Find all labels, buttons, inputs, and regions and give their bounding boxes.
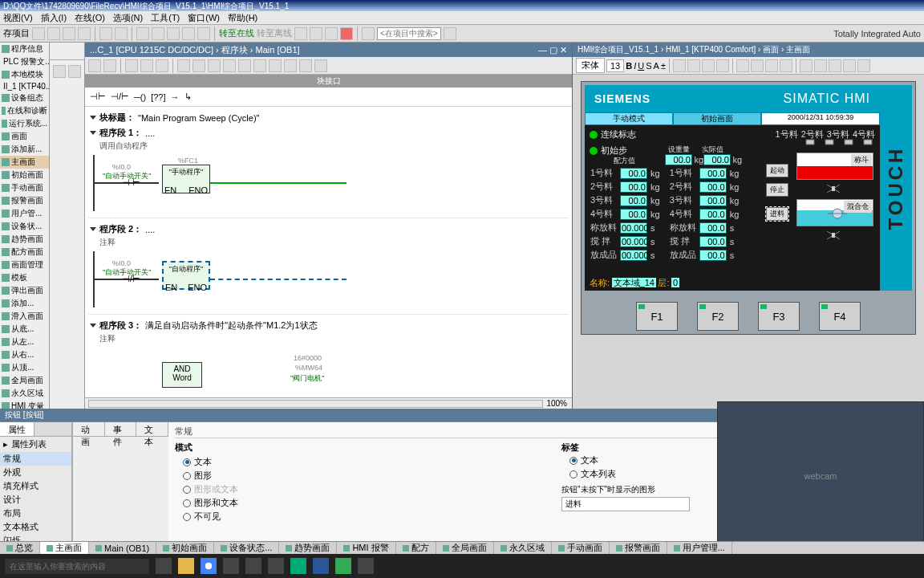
tree-item[interactable]: 画面管理 bbox=[0, 258, 49, 271]
project-tree[interactable]: 程序信息PLC 报警文...本地模块II_1 [KTP40...设备组态在线和诊… bbox=[0, 43, 50, 409]
editor-tab[interactable]: 总览 bbox=[0, 542, 40, 554]
prop-category-item[interactable]: 布局 bbox=[0, 507, 71, 520]
download-icon[interactable] bbox=[136, 27, 149, 40]
prop-tab-text[interactable]: 文本 bbox=[136, 422, 168, 436]
editor-tab[interactable]: 手动画面 bbox=[552, 542, 610, 554]
prop-tab-properties[interactable]: 属性 bbox=[0, 422, 34, 436]
tool-icon[interactable] bbox=[253, 59, 266, 72]
menu-item[interactable]: 插入(I) bbox=[41, 12, 67, 23]
editor-tab[interactable]: 全局画面 bbox=[436, 542, 494, 554]
hmi-screen[interactable]: SIEMENS SIMATIC HMI TOUCH 手动模式 初始画面 2000… bbox=[585, 85, 912, 291]
prop-tab-anim[interactable]: 动画 bbox=[73, 422, 105, 436]
plcsim-icon[interactable] bbox=[335, 558, 351, 574]
menu-item[interactable]: 视图(V) bbox=[3, 12, 33, 23]
tree-item[interactable]: 从底... bbox=[0, 323, 49, 336]
underline-icon[interactable]: U bbox=[638, 61, 644, 71]
tree-item[interactable]: 添加... bbox=[0, 297, 49, 310]
fkey-f1[interactable]: F1 bbox=[636, 302, 678, 331]
line-icon[interactable] bbox=[716, 59, 729, 72]
tree-item[interactable]: 程序信息 bbox=[0, 43, 49, 55]
toolbar-icon[interactable] bbox=[294, 27, 307, 40]
editor-tab[interactable]: HMI 报警 bbox=[337, 542, 395, 554]
editor-tab[interactable]: 主画面 bbox=[40, 542, 89, 554]
windows-taskbar[interactable] bbox=[0, 554, 924, 578]
tree-item[interactable]: II_1 [KTP40... bbox=[0, 81, 49, 92]
undo-icon[interactable] bbox=[99, 27, 112, 40]
block-interface-bar[interactable]: 块接口 bbox=[85, 75, 572, 88]
search-icon[interactable] bbox=[362, 27, 375, 40]
toolbar-icon[interactable] bbox=[32, 27, 45, 40]
tree-item[interactable]: 运行系统... bbox=[0, 117, 49, 130]
tree-item[interactable]: 在线和诊断 bbox=[0, 104, 49, 117]
taskbar-search[interactable] bbox=[5, 559, 149, 574]
editor-tab[interactable]: 初始画面 bbox=[156, 542, 214, 554]
tool-icon[interactable] bbox=[223, 59, 236, 72]
tree-item[interactable]: HMI 变量 bbox=[0, 400, 49, 409]
menubar[interactable]: 视图(V) 插入(I) 在线(O) 选项(N) 工具(T) 窗口(W) 帮助(H… bbox=[0, 11, 924, 25]
tree-item[interactable]: 永久区域 bbox=[0, 387, 49, 400]
hmi-feed-button[interactable]: 进料 bbox=[766, 207, 788, 221]
tree-item[interactable]: 初始画面 bbox=[0, 169, 49, 181]
tool-icon[interactable] bbox=[269, 59, 282, 72]
copy-icon[interactable] bbox=[63, 27, 75, 40]
go-offline-button[interactable]: 转至离线 bbox=[257, 27, 292, 39]
editor-tab[interactable]: 配方 bbox=[396, 542, 436, 554]
taskbar-app-icon[interactable] bbox=[268, 558, 284, 574]
prop-category-item[interactable]: 填充样式 bbox=[0, 479, 71, 493]
settings-icon[interactable] bbox=[245, 558, 261, 574]
prop-category-item[interactable]: 文本格式 bbox=[0, 520, 71, 534]
tool-icon[interactable] bbox=[314, 59, 327, 72]
tree-item[interactable]: 设备组态 bbox=[0, 92, 49, 104]
chrome-icon[interactable] bbox=[201, 558, 217, 574]
block-title-row[interactable]: 块标题： "Main Program Sweep (Cycle)" bbox=[88, 110, 569, 125]
prop-category-item[interactable]: 外观 bbox=[0, 466, 71, 479]
tree-item[interactable]: 报警画面 bbox=[0, 194, 49, 207]
menu-item[interactable]: 在线(O) bbox=[75, 12, 105, 23]
fkey-f3[interactable]: F3 bbox=[758, 302, 800, 331]
tool-icon[interactable] bbox=[208, 59, 221, 72]
taskbar-app-icon[interactable] bbox=[156, 558, 172, 574]
toolbar-icon[interactable] bbox=[167, 27, 180, 40]
tool-icon[interactable] bbox=[53, 65, 66, 78]
hmi-start-button[interactable]: 起动 bbox=[766, 164, 788, 177]
hmi-button-init[interactable]: 初始画面 bbox=[673, 112, 761, 125]
tree-item[interactable]: 从左... bbox=[0, 336, 49, 348]
paste-icon[interactable] bbox=[78, 27, 91, 40]
taskbar-app-icon[interactable] bbox=[223, 558, 239, 574]
italic-icon[interactable]: I bbox=[634, 61, 636, 71]
tree-item[interactable]: 从右... bbox=[0, 348, 49, 361]
tool-icon[interactable] bbox=[751, 59, 764, 72]
editor-tab[interactable]: 报警画面 bbox=[610, 542, 667, 554]
tool-icon[interactable] bbox=[88, 59, 101, 72]
tool-icon[interactable] bbox=[814, 59, 827, 72]
prop-tab-events[interactable]: 事件 bbox=[105, 422, 137, 436]
cut-icon[interactable] bbox=[47, 27, 60, 40]
tia-portal-icon[interactable] bbox=[290, 558, 306, 574]
tool-icon[interactable] bbox=[299, 59, 312, 72]
label-radio[interactable]: 文本列表 bbox=[561, 467, 690, 481]
tool-icon[interactable] bbox=[829, 59, 841, 72]
tool-icon[interactable] bbox=[238, 59, 251, 72]
word-icon[interactable] bbox=[313, 558, 329, 574]
font-select[interactable]: 宋体 bbox=[576, 58, 605, 73]
font-size[interactable]: 13 bbox=[606, 59, 624, 72]
tool-icon[interactable] bbox=[125, 59, 138, 72]
tree-item[interactable]: 用户管... bbox=[0, 207, 49, 220]
editor-tab[interactable]: 用户管理... bbox=[667, 542, 732, 554]
tree-item[interactable]: 手动画面 bbox=[0, 181, 49, 194]
network-header-2[interactable]: 程序段 2：.... bbox=[88, 222, 569, 237]
tool-icon[interactable] bbox=[800, 59, 813, 72]
editor-tab[interactable]: 设备状态... bbox=[214, 542, 279, 554]
go-online-button[interactable]: 转至在线 bbox=[219, 27, 254, 39]
tree-item[interactable]: 滑入画面 bbox=[0, 310, 49, 323]
tree-item[interactable]: PLC 报警文... bbox=[0, 55, 49, 68]
tool-icon[interactable] bbox=[736, 59, 749, 72]
tree-item[interactable]: 从顶... bbox=[0, 361, 49, 374]
label-radio[interactable]: 文本 bbox=[561, 454, 690, 467]
close-icon[interactable] bbox=[340, 27, 353, 40]
tree-item[interactable]: 趋势画面 bbox=[0, 233, 49, 246]
tree-item[interactable]: 全局画面 bbox=[0, 374, 49, 387]
hmi-stop-button[interactable]: 停止 bbox=[766, 183, 788, 197]
upload-icon[interactable] bbox=[152, 27, 164, 40]
tool-icon[interactable] bbox=[843, 59, 856, 72]
